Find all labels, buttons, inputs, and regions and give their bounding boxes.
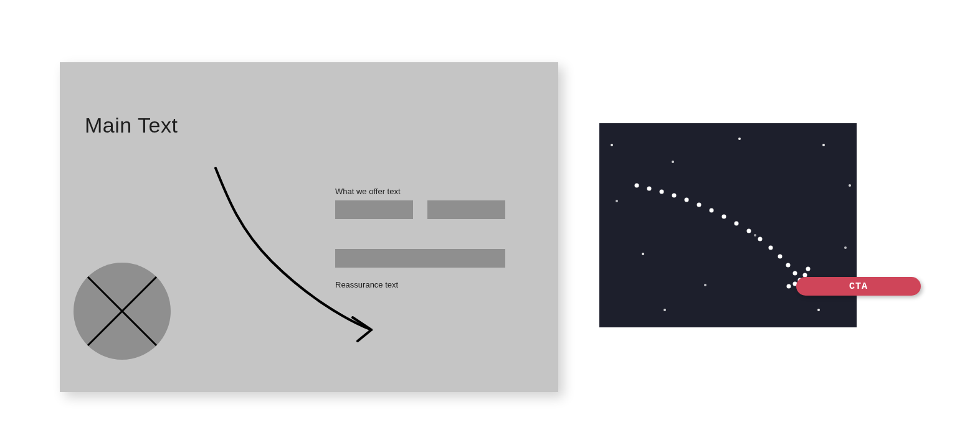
svg-point-29 bbox=[793, 271, 797, 276]
svg-point-32 bbox=[806, 267, 811, 271]
svg-point-6 bbox=[822, 144, 825, 146]
svg-point-12 bbox=[817, 309, 820, 311]
svg-point-7 bbox=[849, 184, 851, 187]
stars-panel bbox=[599, 123, 857, 327]
offer-text-label: What we offer text bbox=[335, 187, 401, 196]
svg-point-5 bbox=[738, 138, 741, 140]
stars-illustration bbox=[599, 123, 857, 327]
svg-point-8 bbox=[616, 200, 618, 202]
svg-point-28 bbox=[786, 263, 791, 268]
svg-point-13 bbox=[754, 234, 756, 236]
placeholder-block-c bbox=[335, 249, 505, 268]
main-text-heading: Main Text bbox=[85, 113, 178, 138]
svg-point-11 bbox=[664, 309, 666, 311]
svg-point-4 bbox=[672, 161, 674, 163]
svg-point-3 bbox=[611, 144, 613, 146]
svg-point-9 bbox=[642, 253, 644, 255]
svg-point-19 bbox=[685, 198, 689, 202]
svg-point-14 bbox=[844, 246, 847, 249]
svg-point-22 bbox=[722, 215, 726, 219]
svg-point-34 bbox=[787, 284, 791, 289]
placeholder-block-a bbox=[335, 200, 413, 219]
placeholder-block-b bbox=[427, 200, 505, 219]
svg-point-21 bbox=[710, 208, 714, 213]
svg-point-10 bbox=[704, 284, 706, 286]
wireframe-panel: Main Text What we offer text Reassurance… bbox=[60, 62, 558, 392]
cta-button[interactable]: CTA bbox=[796, 277, 921, 296]
svg-point-16 bbox=[647, 187, 652, 191]
svg-point-25 bbox=[758, 237, 763, 241]
svg-point-23 bbox=[735, 222, 739, 226]
reassurance-text-label: Reassurance text bbox=[335, 280, 398, 289]
svg-point-24 bbox=[747, 229, 751, 233]
svg-point-27 bbox=[778, 255, 783, 259]
image-placeholder-icon bbox=[72, 261, 172, 361]
svg-point-15 bbox=[635, 184, 639, 188]
svg-point-17 bbox=[660, 190, 664, 194]
svg-point-18 bbox=[672, 194, 677, 198]
svg-point-26 bbox=[769, 246, 773, 250]
svg-point-20 bbox=[697, 203, 702, 207]
